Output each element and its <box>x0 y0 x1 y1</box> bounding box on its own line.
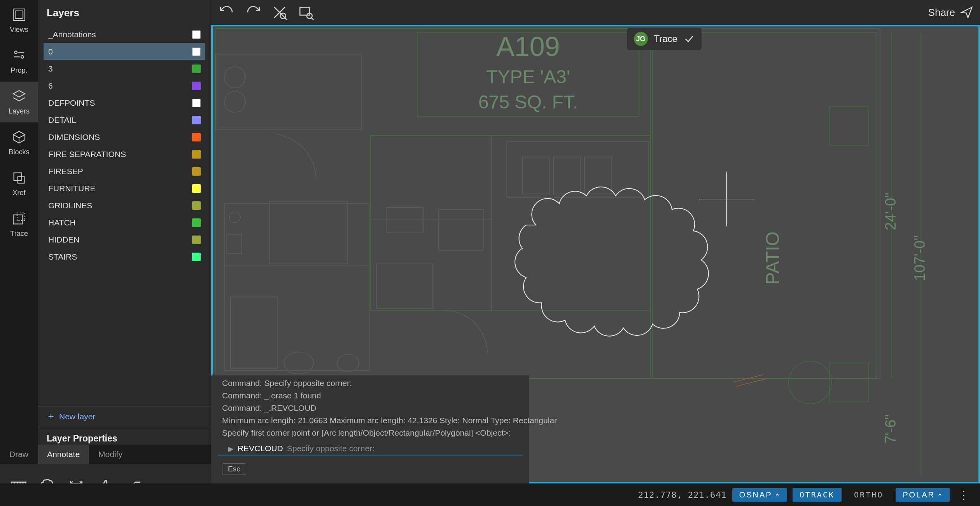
layer-color-swatch[interactable] <box>192 218 201 227</box>
layer-color-swatch[interactable] <box>192 133 201 141</box>
sidebar-trace[interactable]: Trace <box>0 204 38 245</box>
layer-color-swatch[interactable] <box>192 82 201 90</box>
svg-point-45 <box>224 67 245 88</box>
layers-panel-title: Layers <box>38 0 211 26</box>
sidebar-blocks[interactable]: Blocks <box>0 122 38 163</box>
svg-text:A109: A109 <box>496 31 560 62</box>
esc-button[interactable]: Esc <box>222 463 246 475</box>
layer-item[interactable]: FIRESEP <box>44 163 205 180</box>
svg-line-8 <box>13 134 19 138</box>
svg-point-54 <box>337 354 359 372</box>
layer-color-swatch[interactable] <box>192 30 201 39</box>
undo-button[interactable] <box>217 3 236 22</box>
tab-annotate[interactable]: Annotate <box>38 445 89 464</box>
check-icon <box>684 33 695 44</box>
svg-rect-14 <box>17 213 25 221</box>
layer-color-swatch[interactable] <box>192 201 201 210</box>
zoom-extents-button[interactable] <box>270 3 289 22</box>
layer-name: HATCH <box>48 218 76 227</box>
layer-item[interactable]: _Annotations <box>44 26 205 43</box>
svg-rect-1 <box>15 11 23 19</box>
otrack-toggle[interactable]: OTRACK <box>793 488 842 502</box>
xref-icon <box>11 170 27 186</box>
svg-rect-60 <box>830 363 868 402</box>
layer-item[interactable]: GRIDLINES <box>44 197 205 214</box>
layer-item[interactable]: 3 <box>44 60 205 77</box>
svg-text:TYPE 'A3': TYPE 'A3' <box>486 66 570 87</box>
svg-rect-48 <box>227 235 242 253</box>
svg-rect-49 <box>270 202 347 264</box>
sidebar-xref[interactable]: Xref <box>0 163 38 204</box>
tab-draw[interactable]: Draw <box>0 445 38 464</box>
osnap-toggle[interactable]: OSNAP <box>732 488 787 502</box>
layer-item[interactable]: DETAIL <box>44 112 205 129</box>
layer-color-swatch[interactable] <box>192 253 201 261</box>
layer-color-swatch[interactable] <box>192 99 201 107</box>
svg-point-47 <box>229 212 240 223</box>
svg-text:7'-6": 7'-6" <box>882 414 899 444</box>
layer-item[interactable]: STAIRS <box>44 248 205 265</box>
layer-item[interactable]: FIRE SEPARATIONS <box>44 146 205 163</box>
polar-toggle[interactable]: POLAR <box>896 488 950 502</box>
polar-label: POLAR <box>903 490 935 499</box>
layer-item[interactable]: HIDDEN <box>44 231 205 248</box>
ortho-toggle[interactable]: ORTHO <box>847 488 890 502</box>
sidebar-blocks-label: Blocks <box>9 148 29 156</box>
layer-props-title: Layer Properties <box>47 433 202 444</box>
sidebar-layers[interactable]: Layers <box>0 82 38 122</box>
share-label: Share <box>928 7 955 19</box>
layer-name: DEFPOINTS <box>48 98 95 108</box>
properties-icon <box>11 48 27 63</box>
layer-item[interactable]: DEFPOINTS <box>44 94 205 112</box>
sidebar-prop[interactable]: Prop. <box>0 41 38 82</box>
layer-name: FIRESEP <box>48 167 83 176</box>
new-layer-button[interactable]: New layer <box>38 406 211 427</box>
layer-item[interactable]: DIMENSIONS <box>44 129 205 146</box>
svg-line-66 <box>736 379 767 386</box>
command-history-line: Command: _.erase 1 found <box>211 389 529 402</box>
layer-name: _Annotations <box>48 30 96 39</box>
svg-rect-43 <box>224 204 370 371</box>
layer-color-swatch[interactable] <box>192 150 201 159</box>
layer-name: 0 <box>48 47 53 56</box>
send-icon <box>960 5 974 19</box>
zoom-window-button[interactable] <box>297 3 315 22</box>
trace-indicator[interactable]: JG Trace <box>627 28 702 50</box>
svg-point-2 <box>14 51 17 54</box>
share-button[interactable]: Share <box>928 5 974 19</box>
trace-label: Trace <box>654 33 677 44</box>
layer-item[interactable]: 6 <box>44 77 205 94</box>
layer-color-swatch[interactable] <box>192 116 201 124</box>
layer-item[interactable]: FURNITURE <box>44 180 205 197</box>
sidebar-views-label: Views <box>10 26 28 34</box>
layer-color-swatch[interactable] <box>192 47 201 56</box>
svg-point-4 <box>21 56 24 58</box>
layer-name: STAIRS <box>48 252 77 262</box>
command-history-line: Specify first corner point or [Arc lengt… <box>211 427 529 439</box>
redo-button[interactable] <box>244 3 262 22</box>
layer-name: 6 <box>48 81 53 91</box>
tool-tabs: Draw Annotate Modify <box>0 445 211 464</box>
layers-list[interactable]: _Annotations036DEFPOINTSDETAILDIMENSIONS… <box>38 26 211 406</box>
layer-color-swatch[interactable] <box>192 236 201 244</box>
layer-color-swatch[interactable] <box>192 65 201 73</box>
more-options[interactable]: ⋮ <box>955 489 972 501</box>
layer-item[interactable]: 0 <box>44 43 205 60</box>
layer-name: 3 <box>48 64 53 73</box>
svg-line-9 <box>19 134 25 138</box>
views-icon <box>11 7 27 23</box>
tab-modify[interactable]: Modify <box>89 445 132 464</box>
svg-line-35 <box>311 17 313 20</box>
svg-point-67 <box>789 361 831 404</box>
layer-item[interactable]: HATCH <box>44 214 205 231</box>
svg-rect-52 <box>439 209 483 250</box>
coordinates: 212.778, 221.641 <box>638 490 727 500</box>
command-input-row[interactable]: ▶ REVCLOUD Specify opposite corner: <box>217 439 523 456</box>
command-panel: Command: Specify opposite corner:Command… <box>211 375 529 483</box>
chevron-up-icon <box>937 492 943 497</box>
sidebar-views[interactable]: Views <box>0 0 38 41</box>
layer-color-swatch[interactable] <box>192 184 201 193</box>
layer-color-swatch[interactable] <box>192 167 201 176</box>
svg-text:675 SQ. FT.: 675 SQ. FT. <box>478 92 578 112</box>
plus-icon <box>47 412 55 421</box>
